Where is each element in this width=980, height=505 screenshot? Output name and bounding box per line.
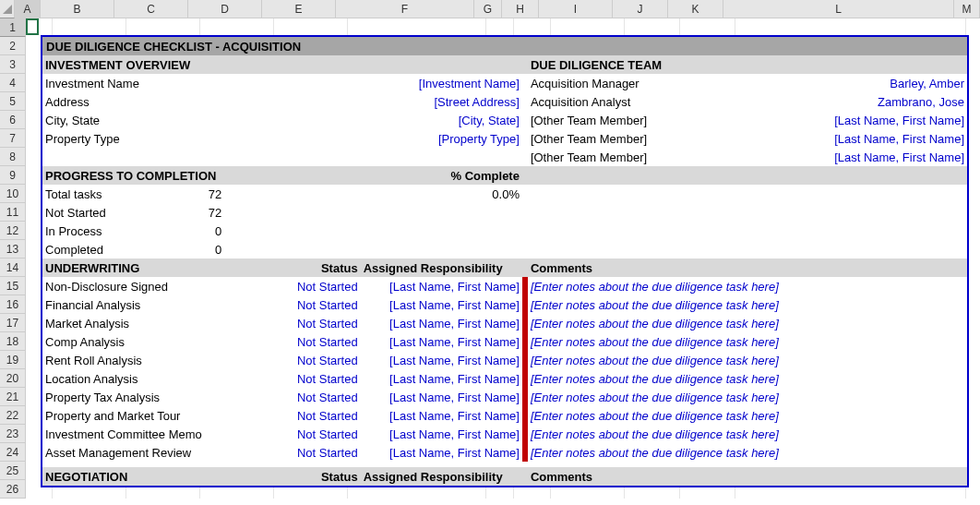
task-name: Property and Market Tour [42, 406, 224, 425]
task-assigned[interactable]: [Last Name, First Name] [361, 277, 522, 295]
row-header-20[interactable]: 20 [0, 369, 26, 388]
col-header-B[interactable]: B [41, 0, 114, 18]
row-header-22[interactable]: 22 [0, 406, 26, 425]
row-header-5[interactable]: 5 [0, 92, 26, 111]
row-header-11[interactable]: 11 [0, 203, 26, 222]
task-comment[interactable]: [Enter notes about the due diligence tas… [528, 351, 967, 369]
task-assigned[interactable]: [Last Name, First Name] [361, 369, 522, 388]
task-assigned[interactable]: [Last Name, First Name] [361, 425, 522, 443]
task-status[interactable]: Not Started [224, 332, 360, 351]
task-assigned[interactable]: [Last Name, First Name] [361, 332, 522, 351]
overview-value[interactable]: [Street Address] [361, 92, 522, 111]
task-status[interactable]: Not Started [224, 388, 360, 406]
task-assigned[interactable]: [Last Name, First Name] [361, 295, 522, 314]
task-name: Comp Analysis [42, 332, 224, 351]
row-header-18[interactable]: 18 [0, 332, 26, 351]
task-row: Investment Committee Memo Not Started [L… [42, 425, 967, 443]
team-value[interactable]: [Last Name, First Name] [809, 111, 967, 129]
comments-header: Comments [528, 259, 967, 277]
select-all-corner[interactable] [0, 0, 15, 18]
row-header-4[interactable]: 4 [0, 74, 26, 92]
overview-value[interactable]: [Investment Name] [361, 74, 522, 92]
col-header-C[interactable]: C [114, 0, 188, 18]
row-header-3[interactable]: 3 [0, 55, 26, 74]
col-header-E[interactable]: E [262, 0, 336, 18]
overview-label: Property Type [42, 129, 361, 148]
col-header-A[interactable]: A [15, 0, 41, 18]
row-header-9[interactable]: 9 [0, 166, 26, 185]
col-header-G[interactable]: G [474, 0, 502, 18]
row-header-15[interactable]: 15 [0, 277, 26, 295]
col-header-J[interactable]: J [613, 0, 668, 18]
row-header-2[interactable]: 2 [0, 37, 26, 55]
row-header-17[interactable]: 17 [0, 314, 26, 332]
overview-row: [Other Team Member] [Last Name, First Na… [42, 148, 967, 166]
task-row: Location Analysis Not Started [Last Name… [42, 369, 967, 388]
task-comment[interactable]: [Enter notes about the due diligence tas… [528, 369, 967, 388]
task-comment[interactable]: [Enter notes about the due diligence tas… [528, 277, 967, 295]
progress-label: Not Started [42, 203, 165, 222]
task-assigned[interactable]: [Last Name, First Name] [361, 314, 522, 332]
row-header-19[interactable]: 19 [0, 351, 26, 369]
row-header-16[interactable]: 16 [0, 295, 26, 314]
negotiation-header-row: NEGOTIATION Status Assigned Responsibili… [42, 467, 967, 486]
team-value[interactable]: Barley, Amber [809, 74, 967, 92]
task-comment[interactable]: [Enter notes about the due diligence tas… [528, 406, 967, 425]
task-status[interactable]: Not Started [224, 425, 360, 443]
row-header-1[interactable]: 1 [0, 18, 26, 37]
team-value[interactable]: [Last Name, First Name] [809, 129, 967, 148]
overview-label [42, 148, 361, 166]
active-cell[interactable] [26, 18, 39, 35]
task-assigned[interactable]: [Last Name, First Name] [361, 406, 522, 425]
row-header-12[interactable]: 12 [0, 222, 26, 240]
task-comment[interactable]: [Enter notes about the due diligence tas… [528, 314, 967, 332]
col-header-M[interactable]: M [954, 0, 980, 18]
overview-value[interactable]: [Property Type] [361, 129, 522, 148]
team-label: [Other Team Member] [528, 129, 809, 148]
task-status[interactable]: Not Started [224, 406, 360, 425]
task-assigned[interactable]: [Last Name, First Name] [361, 351, 522, 369]
col-header-F[interactable]: F [336, 0, 474, 18]
task-assigned[interactable]: [Last Name, First Name] [361, 443, 522, 462]
col-header-L[interactable]: L [723, 0, 954, 18]
task-comment[interactable]: [Enter notes about the due diligence tas… [528, 295, 967, 314]
row-header-6[interactable]: 6 [0, 111, 26, 129]
row-header-13[interactable]: 13 [0, 240, 26, 259]
row-header-26[interactable]: 26 [0, 480, 26, 499]
task-comment[interactable]: [Enter notes about the due diligence tas… [528, 332, 967, 351]
row-header-25[interactable]: 25 [0, 462, 26, 480]
row-header-10[interactable]: 10 [0, 185, 26, 203]
col-header-H[interactable]: H [502, 0, 539, 18]
col-header-K[interactable]: K [668, 0, 723, 18]
progress-pct [361, 240, 522, 259]
overview-row: City, State [City, State] [Other Team Me… [42, 111, 967, 129]
task-assigned[interactable]: [Last Name, First Name] [361, 388, 522, 406]
grid-area[interactable]: DUE DILIGENCE CHECKLIST - ACQUISITION IN… [26, 18, 980, 499]
team-value[interactable]: [Last Name, First Name] [809, 148, 967, 166]
spreadsheet[interactable]: ABCDEFGHIJKLM 12345678910111213141516171… [0, 0, 980, 505]
task-comment[interactable]: [Enter notes about the due diligence tas… [528, 388, 967, 406]
col-header-I[interactable]: I [539, 0, 613, 18]
row-header-14[interactable]: 14 [0, 259, 26, 277]
task-comment[interactable]: [Enter notes about the due diligence tas… [528, 443, 967, 462]
row-header-23[interactable]: 23 [0, 425, 26, 443]
task-status[interactable]: Not Started [224, 314, 360, 332]
team-value[interactable]: Zambrano, Jose [809, 92, 967, 111]
task-status[interactable]: Not Started [224, 277, 360, 295]
progress-count: 0 [165, 222, 224, 240]
row-header-8[interactable]: 8 [0, 148, 26, 166]
task-status[interactable]: Not Started [224, 351, 360, 369]
row-header-24[interactable]: 24 [0, 443, 26, 462]
overview-value[interactable] [361, 148, 522, 166]
row-header-21[interactable]: 21 [0, 388, 26, 406]
task-row: Market Analysis Not Started [Last Name, … [42, 314, 967, 332]
overview-value[interactable]: [City, State] [361, 111, 522, 129]
task-status[interactable]: Not Started [224, 369, 360, 388]
task-name: Financial Analysis [42, 295, 224, 314]
col-header-D[interactable]: D [188, 0, 262, 18]
task-status[interactable]: Not Started [224, 443, 360, 462]
row-header-7[interactable]: 7 [0, 129, 26, 148]
task-status[interactable]: Not Started [224, 295, 360, 314]
task-comment[interactable]: [Enter notes about the due diligence tas… [528, 425, 967, 443]
overview-label: City, State [42, 111, 361, 129]
